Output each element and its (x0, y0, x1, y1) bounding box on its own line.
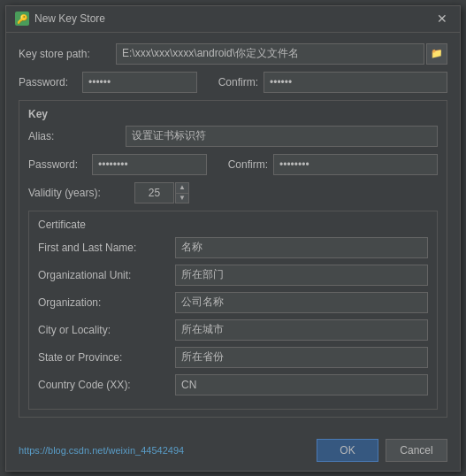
dialog-body: Key store path: 📁 Password: Confirm: Key… (6, 33, 460, 434)
keystore-path-label: Key store path: (19, 48, 116, 60)
country-row: Country Code (XX): (38, 374, 428, 395)
key-password-row: Password: Confirm: (28, 154, 438, 175)
first-last-name-label: First and Last Name: (38, 242, 175, 254)
top-password-row: Password: Confirm: (19, 72, 447, 93)
first-last-name-row: First and Last Name: (38, 237, 428, 258)
key-password-label: Password: (28, 158, 92, 171)
state-input[interactable] (175, 347, 428, 368)
keystore-path-input[interactable] (116, 43, 424, 65)
city-row: City or Locality: (38, 319, 428, 341)
title-bar: 🔑 New Key Store ✕ (6, 6, 460, 33)
keystore-path-row: Key store path: 📁 (19, 43, 447, 65)
top-confirm-label: Confirm: (206, 76, 264, 88)
alias-row: Alias: (28, 126, 438, 147)
certificate-title: Certificate (38, 219, 428, 231)
state-row: State or Province: (38, 347, 428, 368)
top-password-input[interactable] (82, 72, 197, 93)
footer-url: https://blog.csdn.net/weixin_44542494 (19, 445, 309, 456)
city-label: City or Locality: (38, 324, 175, 336)
city-input[interactable] (175, 319, 428, 341)
key-section: Key Alias: Password: Confirm: Validity (… (19, 100, 447, 418)
org-unit-input[interactable] (175, 265, 428, 286)
organization-row: Organization: (38, 292, 428, 313)
alias-label: Alias: (28, 130, 126, 142)
organization-input[interactable] (175, 292, 428, 313)
dialog-title: New Key Store (34, 12, 105, 25)
browse-button[interactable]: 📁 (426, 43, 447, 65)
close-button[interactable]: ✕ (433, 10, 451, 27)
organization-label: Organization: (38, 296, 175, 309)
dialog-footer: https://blog.csdn.net/weixin_44542494 OK… (6, 434, 460, 471)
cancel-button[interactable]: Cancel (386, 439, 447, 462)
spinner-up-button[interactable]: ▲ (175, 182, 189, 193)
top-confirm-input[interactable] (264, 72, 447, 93)
alias-input[interactable] (126, 126, 438, 147)
state-label: State or Province: (38, 351, 175, 364)
key-confirm-label: Confirm: (216, 158, 273, 171)
certificate-section: Certificate First and Last Name: Organiz… (28, 211, 438, 410)
dialog-icon: 🔑 (15, 12, 29, 26)
top-password-label: Password: (19, 76, 82, 88)
key-section-label: Key (28, 108, 438, 120)
title-bar-left: 🔑 New Key Store (15, 12, 105, 26)
country-label: Country Code (XX): (38, 379, 175, 391)
key-confirm-input[interactable] (273, 154, 438, 175)
org-unit-label: Organizational Unit: (38, 269, 175, 281)
validity-spinner: ▲ ▼ (175, 182, 189, 203)
validity-row: Validity (years): ▲ ▼ (28, 182, 438, 203)
new-key-store-dialog: 🔑 New Key Store ✕ Key store path: 📁 Pass… (5, 5, 461, 472)
org-unit-row: Organizational Unit: (38, 265, 428, 286)
first-last-name-input[interactable] (175, 237, 428, 258)
ok-button[interactable]: OK (317, 439, 378, 462)
validity-label: Validity (years): (28, 187, 134, 199)
key-password-input[interactable] (92, 154, 207, 175)
spinner-down-button[interactable]: ▼ (175, 193, 189, 203)
country-input[interactable] (175, 374, 428, 395)
validity-input[interactable] (134, 182, 174, 203)
